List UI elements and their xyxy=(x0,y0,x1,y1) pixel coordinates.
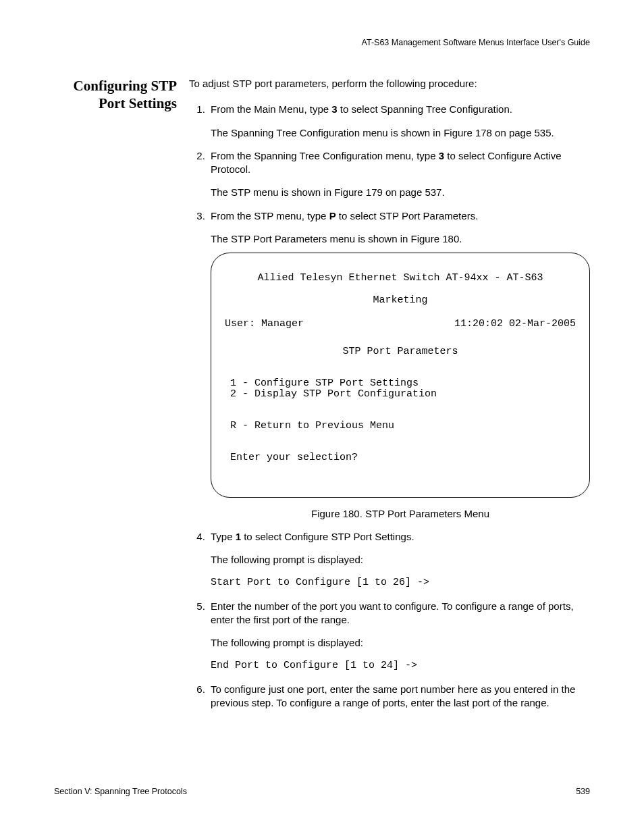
step-3-key: P xyxy=(329,210,336,221)
footer-page-number: 539 xyxy=(576,787,590,796)
step-2: From the Spanning Tree Configuration men… xyxy=(208,149,590,200)
step-6: To configure just one port, enter the sa… xyxy=(208,683,590,710)
step-4-after: The following prompt is displayed: xyxy=(211,553,590,567)
figure-caption: Figure 180. STP Port Parameters Menu xyxy=(211,507,590,521)
menu-title-line1: Allied Telesyn Ethernet Switch AT-94xx -… xyxy=(225,273,576,284)
step-3-after: The STP Port Parameters menu is shown in… xyxy=(211,232,590,246)
step-3: From the STP menu, type P to select STP … xyxy=(208,209,590,521)
step-3-text-b: to select STP Port Parameters. xyxy=(336,210,479,221)
step-1: From the Main Menu, type 3 to select Spa… xyxy=(208,103,590,140)
step-5: Enter the number of the port you want to… xyxy=(208,600,590,673)
menu-return: R - Return to Previous Menu xyxy=(230,421,576,432)
step-1-key: 3 xyxy=(331,103,337,115)
main-content: To adjust STP port parameters, perform t… xyxy=(189,77,590,719)
step-6-text: To configure just one port, enter the sa… xyxy=(211,683,575,708)
step-2-after: The STP menu is shown in Figure 179 on p… xyxy=(211,186,590,199)
step-2-text-a: From the Spanning Tree Configuration men… xyxy=(211,150,439,161)
step-5-after: The following prompt is displayed: xyxy=(211,636,590,650)
menu-enter-prompt: Enter your selection? xyxy=(230,452,576,464)
menu-heading: STP Port Parameters xyxy=(225,346,576,358)
terminal-menu-box: Allied Telesyn Ethernet Switch AT-94xx -… xyxy=(211,253,590,498)
step-4-key: 1 xyxy=(236,531,241,542)
step-4-text-b: to select Configure STP Port Settings. xyxy=(241,531,414,542)
step-5-prompt: End Port to Configure [1 to 24] -> xyxy=(211,659,590,673)
step-1-text-a: From the Main Menu, type xyxy=(211,103,331,115)
menu-timestamp: 11:20:02 02-Mar-2005 xyxy=(454,319,576,330)
page-footer: Section V: Spanning Tree Protocols 539 xyxy=(54,787,590,796)
step-4-prompt: Start Port to Configure [1 to 26] -> xyxy=(211,576,590,590)
step-3-text-a: From the STP menu, type xyxy=(211,210,329,221)
menu-user: User: Manager xyxy=(225,319,304,330)
section-heading: Configuring STP Port Settings xyxy=(54,77,189,113)
footer-section: Section V: Spanning Tree Protocols xyxy=(54,787,187,796)
intro-paragraph: To adjust STP port parameters, perform t… xyxy=(189,77,590,90)
menu-item-2: 2 - Display STP Port Configuration xyxy=(230,389,576,400)
menu-item-1: 1 - Configure STP Port Settings xyxy=(230,378,576,390)
step-1-text-b: to select Spanning Tree Configuration. xyxy=(338,103,512,115)
menu-title-line2: Marketing xyxy=(225,295,576,307)
running-head: AT-S63 Management Software Menus Interfa… xyxy=(54,38,590,47)
procedure-list: From the Main Menu, type 3 to select Spa… xyxy=(189,103,590,710)
step-4: Type 1 to select Configure STP Port Sett… xyxy=(208,530,590,590)
step-4-text-a: Type xyxy=(211,531,236,542)
step-5-text: Enter the number of the port you want to… xyxy=(211,600,574,625)
step-1-after: The Spanning Tree Configuration menu is … xyxy=(211,126,590,140)
step-2-key: 3 xyxy=(439,150,444,161)
